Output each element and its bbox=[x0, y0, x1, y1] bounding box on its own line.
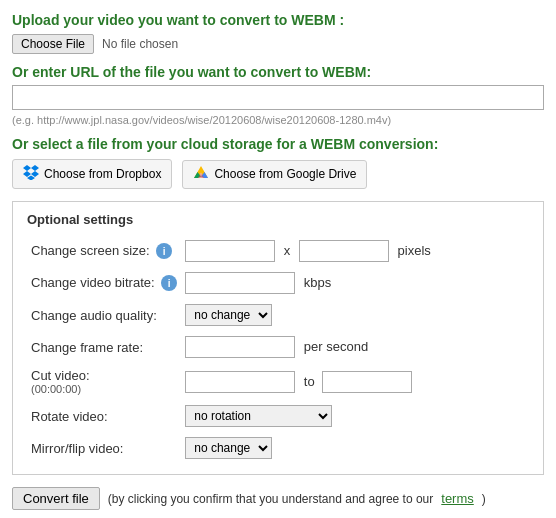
cut-video-label-cell: Cut video: (00:00:00) bbox=[27, 363, 181, 400]
screen-height-input[interactable] bbox=[299, 240, 389, 262]
cut-video-start-input[interactable] bbox=[185, 371, 295, 393]
rotate-video-select[interactable]: no rotation 90° clockwise 90° counter-cl… bbox=[185, 405, 332, 427]
gdrive-label: Choose from Google Drive bbox=[214, 167, 356, 181]
video-bitrate-info-icon[interactable]: i bbox=[161, 275, 177, 291]
agree-close: ) bbox=[482, 492, 486, 506]
gdrive-icon bbox=[193, 165, 209, 184]
optional-settings-box: Optional settings Change screen size: i … bbox=[12, 201, 544, 475]
gdrive-button[interactable]: Choose from Google Drive bbox=[182, 160, 367, 189]
upload-title: Upload your video you want to convert to… bbox=[12, 12, 544, 28]
cut-video-time: (00:00:00) bbox=[31, 383, 177, 395]
choose-file-button[interactable]: Choose File bbox=[12, 34, 94, 54]
video-bitrate-row: Change video bitrate: i kbps bbox=[27, 267, 529, 299]
frame-rate-label: Change frame rate: bbox=[27, 331, 181, 363]
cut-video-end-input[interactable] bbox=[322, 371, 412, 393]
cloud-label: Or select a file from your cloud storage… bbox=[12, 136, 544, 152]
screen-size-x: x bbox=[284, 243, 291, 258]
mirror-flip-select[interactable]: no change horizontal vertical bbox=[185, 437, 272, 459]
dropbox-button[interactable]: Choose from Dropbox bbox=[12, 159, 172, 189]
settings-table: Change screen size: i x pixels Change vi… bbox=[27, 235, 529, 464]
url-label: Or enter URL of the file you want to con… bbox=[12, 64, 544, 80]
frame-rate-unit: per second bbox=[304, 339, 368, 354]
audio-quality-label: Change audio quality: bbox=[27, 299, 181, 331]
screen-width-input[interactable] bbox=[185, 240, 275, 262]
url-input[interactable] bbox=[12, 85, 544, 110]
rotate-video-select-cell: no rotation 90° clockwise 90° counter-cl… bbox=[181, 400, 529, 432]
terms-link[interactable]: terms bbox=[441, 491, 474, 506]
screen-size-info-icon[interactable]: i bbox=[156, 243, 172, 259]
agree-text: (by clicking you confirm that you unders… bbox=[108, 492, 434, 506]
frame-rate-input-cell: per second bbox=[181, 331, 529, 363]
screen-size-unit: pixels bbox=[398, 243, 431, 258]
mirror-flip-label: Mirror/flip video: bbox=[27, 432, 181, 464]
mirror-flip-row: Mirror/flip video: no change horizontal … bbox=[27, 432, 529, 464]
cut-video-label: Cut video: bbox=[31, 368, 177, 383]
screen-size-label: Change screen size: i bbox=[27, 235, 181, 267]
audio-quality-select[interactable]: no change low medium high bbox=[185, 304, 272, 326]
frame-rate-input[interactable] bbox=[185, 336, 295, 358]
cloud-buttons: Choose from Dropbox Choose from Google D… bbox=[12, 159, 544, 189]
cut-video-row: Cut video: (00:00:00) to bbox=[27, 363, 529, 400]
audio-quality-row: Change audio quality: no change low medi… bbox=[27, 299, 529, 331]
cut-video-to: to bbox=[304, 374, 315, 389]
frame-rate-row: Change frame rate: per second bbox=[27, 331, 529, 363]
convert-area: Convert file (by clicking you confirm th… bbox=[12, 487, 544, 510]
choose-file-area: Choose File No file chosen bbox=[12, 34, 544, 54]
optional-settings-title: Optional settings bbox=[27, 212, 529, 227]
video-bitrate-input-cell: kbps bbox=[181, 267, 529, 299]
mirror-flip-select-cell: no change horizontal vertical bbox=[181, 432, 529, 464]
video-bitrate-input[interactable] bbox=[185, 272, 295, 294]
convert-file-button[interactable]: Convert file bbox=[12, 487, 100, 510]
url-example: (e.g. http://www.jpl.nasa.gov/videos/wis… bbox=[12, 114, 544, 126]
no-file-text: No file chosen bbox=[102, 37, 178, 51]
dropbox-icon bbox=[23, 164, 39, 184]
rotate-video-label: Rotate video: bbox=[27, 400, 181, 432]
video-bitrate-label: Change video bitrate: i bbox=[27, 267, 181, 299]
screen-size-row: Change screen size: i x pixels bbox=[27, 235, 529, 267]
dropbox-label: Choose from Dropbox bbox=[44, 167, 161, 181]
screen-size-inputs: x pixels bbox=[181, 235, 529, 267]
cut-video-inputs: to bbox=[181, 363, 529, 400]
audio-quality-select-cell: no change low medium high bbox=[181, 299, 529, 331]
rotate-video-row: Rotate video: no rotation 90° clockwise … bbox=[27, 400, 529, 432]
video-bitrate-unit: kbps bbox=[304, 275, 331, 290]
